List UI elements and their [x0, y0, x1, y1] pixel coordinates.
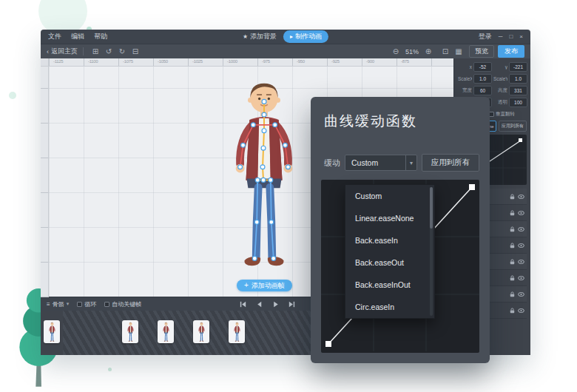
- eye-icon[interactable]: [518, 227, 524, 232]
- field-label-opacity: 透明: [493, 99, 507, 106]
- lock-icon[interactable]: [510, 259, 515, 265]
- field-label-scaley: ScaleY: [493, 76, 507, 81]
- easing-label: 缓动: [324, 158, 340, 169]
- auto-keyframe-option[interactable]: 自动关键帧: [104, 300, 141, 308]
- character-rig[interactable]: [220, 78, 308, 274]
- keyframe-thumbnail[interactable]: [193, 320, 209, 343]
- scrollbar[interactable]: [430, 187, 433, 316]
- next-frame-icon[interactable]: [288, 300, 296, 308]
- checkbox-icon: [489, 112, 494, 117]
- lock-icon[interactable]: [510, 308, 515, 314]
- layer-thumbnail[interactable]: [44, 320, 60, 343]
- login-button[interactable]: 登录: [479, 32, 492, 41]
- eye-icon[interactable]: [518, 276, 524, 280]
- menu-edit[interactable]: 编辑: [71, 32, 84, 41]
- maximize-icon[interactable]: □: [509, 34, 513, 40]
- easing-option-circ-easein[interactable]: Circ.easeIn: [345, 296, 434, 318]
- zoom-out-icon[interactable]: ⊖: [391, 47, 401, 56]
- dialog-easing-row: 缓动 Custom ▾ 应用到所有: [324, 155, 479, 171]
- back-home-label: 返回主页: [51, 47, 78, 56]
- zoom-in-icon[interactable]: ⊕: [423, 47, 433, 56]
- field-input-opacity[interactable]: 100: [509, 98, 527, 107]
- preview-button[interactable]: 预览: [469, 45, 494, 58]
- lock-icon[interactable]: [510, 291, 515, 297]
- grid-icon[interactable]: ⊞: [90, 47, 101, 56]
- checkbox-icon: [104, 302, 109, 307]
- eye-icon[interactable]: [518, 308, 524, 313]
- eye-icon[interactable]: [518, 195, 524, 199]
- easing-option-back-easein[interactable]: Back.easeIn: [345, 229, 434, 251]
- eye-icon[interactable]: [518, 243, 524, 248]
- keyframe-thumbnail[interactable]: [158, 320, 174, 343]
- lock-icon[interactable]: [510, 194, 515, 200]
- tab-make-animation[interactable]: ▸ 制作动画: [283, 30, 328, 43]
- playback-controls: [239, 300, 296, 308]
- ruler-top: -1125 -1100 -1075 -1050 -1025 -1000 -975…: [49, 58, 453, 67]
- skip-start-icon[interactable]: [239, 300, 247, 308]
- scrollbar-thumb[interactable]: [430, 187, 433, 229]
- add-animation-frame-button[interactable]: + 添加动画帧: [237, 280, 292, 291]
- easing-option-back-easeinout[interactable]: Back.easeInOut: [345, 274, 434, 296]
- field-input-y[interactable]: -221: [509, 62, 527, 72]
- menu-file[interactable]: 文件: [48, 32, 61, 41]
- apply-to-all-button[interactable]: 应用到所有: [422, 154, 479, 172]
- minimize-icon[interactable]: ─: [499, 34, 503, 40]
- undo-icon[interactable]: ↺: [104, 47, 114, 56]
- keyframe-thumbnail[interactable]: [229, 320, 245, 343]
- tab-make-animation-label: 制作动画: [295, 32, 322, 41]
- divider: [83, 47, 84, 55]
- title-bar: 文件 编辑 帮助 ★ 添加背景 ▸ 制作动画 登录 ─ □ ×: [41, 30, 530, 44]
- fit-screen-icon[interactable]: ⊡: [440, 47, 451, 56]
- loop-label: 循环: [84, 300, 96, 308]
- flip-vertical-option[interactable]: 垂直翻转: [489, 111, 515, 118]
- chevron-down-icon: ▾: [67, 301, 70, 307]
- menu-help[interactable]: 帮助: [94, 32, 107, 41]
- panel-apply-all-button[interactable]: 应用到所有: [499, 121, 527, 132]
- field-input-width[interactable]: 60: [473, 86, 492, 95]
- easing-option-custom[interactable]: Custom: [345, 185, 434, 207]
- zoom-value: 51%: [405, 48, 419, 55]
- easing-option-linear-easenone[interactable]: Linear.easeNone: [345, 207, 434, 229]
- close-icon[interactable]: ×: [519, 34, 523, 40]
- add-animation-frame-label: 添加动画帧: [252, 281, 285, 291]
- easing-dropdown-value: Custom: [351, 158, 378, 167]
- eye-icon[interactable]: [518, 211, 524, 215]
- redo-icon[interactable]: ↻: [117, 47, 127, 56]
- easing-dropdown[interactable]: Custom ▾: [345, 155, 417, 171]
- chevron-down-icon: ▾: [405, 155, 416, 170]
- tab-add-background[interactable]: ★ 添加背景: [243, 32, 277, 41]
- publish-button[interactable]: 发布: [498, 45, 524, 58]
- lock-icon[interactable]: [510, 226, 515, 232]
- bone-filter-dropdown[interactable]: ≡ 骨骼 ▾: [47, 300, 69, 308]
- loop-option[interactable]: 循环: [77, 300, 96, 308]
- lock-icon[interactable]: [510, 243, 515, 249]
- ruler-label: -1125: [53, 59, 63, 64]
- field-input-x[interactable]: -52: [473, 62, 492, 72]
- eye-icon[interactable]: [518, 292, 524, 297]
- bone-filter-label: 骨骼: [53, 300, 64, 308]
- tab-add-background-label: 添加背景: [250, 32, 277, 41]
- remove-icon[interactable]: ⊟: [130, 47, 141, 56]
- chevron-left-icon: ‹: [47, 48, 49, 55]
- ruler-label: -1025: [192, 59, 203, 64]
- field-input-scaley[interactable]: 1.0: [509, 74, 527, 84]
- decor-dot: [108, 368, 112, 371]
- easing-function-dialog: 曲线缓动函数 缓动 Custom ▾ 应用到所有 Custom Linear.e…: [311, 97, 490, 363]
- field-label-height: 高度: [493, 87, 507, 94]
- panels-icon[interactable]: ▦: [453, 47, 464, 56]
- easing-options-list: Custom Linear.easeNone Back.easeIn Back.…: [345, 184, 435, 319]
- flip-vertical-label: 垂直翻转: [496, 111, 515, 118]
- field-input-scalex[interactable]: 1.0: [473, 74, 492, 84]
- back-home-button[interactable]: ‹ 返回主页: [47, 47, 78, 56]
- keyframe-thumbnail[interactable]: [122, 320, 138, 343]
- field-input-height[interactable]: 331: [509, 86, 527, 95]
- easing-option-back-easeout[interactable]: Back.easeOut: [345, 251, 434, 274]
- field-label-width: 宽度: [458, 87, 472, 94]
- lock-icon[interactable]: [510, 210, 515, 216]
- play-icon[interactable]: [271, 300, 280, 308]
- prev-frame-icon[interactable]: [255, 300, 263, 308]
- eye-icon[interactable]: [518, 260, 524, 264]
- lock-icon[interactable]: [510, 275, 515, 281]
- star-icon: ★: [243, 34, 248, 40]
- checkbox-icon: [77, 302, 82, 307]
